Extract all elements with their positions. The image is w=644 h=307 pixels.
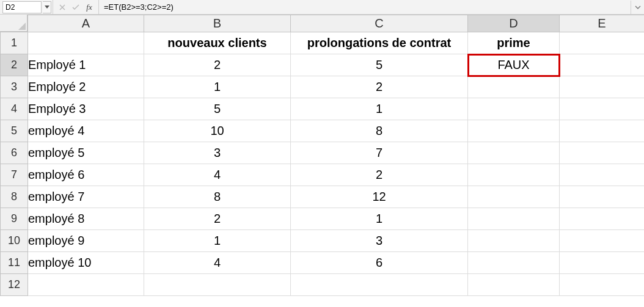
- cell-D8[interactable]: [468, 186, 560, 208]
- cell-B8[interactable]: 8: [144, 186, 291, 208]
- cell-E10[interactable]: [560, 230, 645, 252]
- cell-B9[interactable]: 2: [144, 208, 291, 230]
- table-row: 8 employé 7 8 12: [1, 186, 645, 208]
- table-row: 6 employé 5 3 7: [1, 142, 645, 164]
- cell-C8[interactable]: 12: [291, 186, 468, 208]
- cell-B1[interactable]: nouveaux clients: [144, 32, 291, 54]
- spreadsheet-area: A B C D E 1 nouveaux clients prolongatio…: [0, 15, 644, 307]
- table-row: 1 nouveaux clients prolongations de cont…: [1, 32, 645, 54]
- column-header-B[interactable]: B: [144, 15, 291, 32]
- name-box-dropdown-button[interactable]: [43, 1, 51, 13]
- cell-B10[interactable]: 1: [144, 230, 291, 252]
- confirm-formula-button[interactable]: [69, 1, 82, 14]
- row-header-12[interactable]: 12: [1, 274, 28, 296]
- cell-C5[interactable]: 8: [291, 120, 468, 142]
- cell-E7[interactable]: [560, 164, 645, 186]
- cell-E8[interactable]: [560, 186, 645, 208]
- cell-E11[interactable]: [560, 252, 645, 274]
- select-all-cell[interactable]: [0, 15, 27, 32]
- row-header-10[interactable]: 10: [1, 230, 28, 252]
- row-header-11[interactable]: 11: [1, 252, 28, 274]
- cell-A5[interactable]: employé 4: [28, 120, 144, 142]
- cell-C2[interactable]: 5: [291, 54, 468, 76]
- fx-icon: fx: [85, 2, 93, 12]
- table-row: 10 employé 9 1 3: [1, 230, 645, 252]
- name-box-input[interactable]: [2, 1, 42, 13]
- cell-A12[interactable]: [28, 274, 144, 296]
- cell-A7[interactable]: employé 6: [28, 164, 144, 186]
- cell-A1[interactable]: [28, 32, 144, 54]
- insert-function-button[interactable]: fx: [82, 1, 96, 14]
- cell-B5[interactable]: 10: [144, 120, 291, 142]
- row-header-6[interactable]: 6: [1, 142, 28, 164]
- cell-D4[interactable]: [468, 98, 560, 120]
- row-header-9[interactable]: 9: [1, 208, 28, 230]
- cell-E3[interactable]: [560, 76, 645, 98]
- column-header-D[interactable]: D: [468, 15, 560, 32]
- cell-D11[interactable]: [468, 252, 560, 274]
- spreadsheet-grid: A B C D E 1 nouveaux clients prolongatio…: [0, 15, 644, 296]
- table-row: 4 Employé 3 5 1: [1, 98, 645, 120]
- formula-bar-buttons: fx: [53, 0, 99, 14]
- cell-C1[interactable]: prolongations de contrat: [291, 32, 468, 54]
- cell-B12[interactable]: [144, 274, 291, 296]
- cell-E9[interactable]: [560, 208, 645, 230]
- cell-E5[interactable]: [560, 120, 645, 142]
- cell-D12[interactable]: [468, 274, 560, 296]
- cell-A2[interactable]: Employé 1: [28, 54, 144, 76]
- table-row: 2 Employé 1 2 5 FAUX: [1, 54, 645, 76]
- column-header-E[interactable]: E: [560, 15, 645, 32]
- cell-B2[interactable]: 2: [144, 54, 291, 76]
- cell-E12[interactable]: [560, 274, 645, 296]
- cell-B4[interactable]: 5: [144, 98, 291, 120]
- row-header-5[interactable]: 5: [1, 120, 28, 142]
- cell-E2[interactable]: [560, 54, 645, 76]
- cancel-formula-button[interactable]: [56, 1, 69, 14]
- cell-A6[interactable]: employé 5: [28, 142, 144, 164]
- cell-A10[interactable]: employé 9: [28, 230, 144, 252]
- cell-D6[interactable]: [468, 142, 560, 164]
- column-header-A[interactable]: A: [28, 15, 144, 32]
- cell-B11[interactable]: 4: [144, 252, 291, 274]
- cell-C6[interactable]: 7: [291, 142, 468, 164]
- cell-D2[interactable]: FAUX: [468, 54, 560, 76]
- cell-D3[interactable]: [468, 76, 560, 98]
- cell-C9[interactable]: 1: [291, 208, 468, 230]
- cell-E4[interactable]: [560, 98, 645, 120]
- formula-bar: fx: [0, 0, 644, 15]
- cell-C12[interactable]: [291, 274, 468, 296]
- cell-A3[interactable]: Employé 2: [28, 76, 144, 98]
- row-header-2[interactable]: 2: [1, 54, 28, 76]
- cell-A9[interactable]: employé 8: [28, 208, 144, 230]
- chevron-down-icon: [635, 5, 641, 9]
- cell-A11[interactable]: employé 10: [28, 252, 144, 274]
- cell-B6[interactable]: 3: [144, 142, 291, 164]
- column-header-C[interactable]: C: [291, 15, 468, 32]
- cell-B3[interactable]: 1: [144, 76, 291, 98]
- cell-D10[interactable]: [468, 230, 560, 252]
- cell-A4[interactable]: Employé 3: [28, 98, 144, 120]
- cell-C7[interactable]: 2: [291, 164, 468, 186]
- expand-formula-bar-button[interactable]: [631, 1, 644, 14]
- cell-A8[interactable]: employé 7: [28, 186, 144, 208]
- cell-E6[interactable]: [560, 142, 645, 164]
- cell-C11[interactable]: 6: [291, 252, 468, 274]
- cell-E1[interactable]: [560, 32, 645, 54]
- cell-C4[interactable]: 1: [291, 98, 468, 120]
- cell-D7[interactable]: [468, 164, 560, 186]
- cell-D1[interactable]: prime: [468, 32, 560, 54]
- row-header-4[interactable]: 4: [1, 98, 28, 120]
- row-header-7[interactable]: 7: [1, 164, 28, 186]
- row-header-8[interactable]: 8: [1, 186, 28, 208]
- chevron-down-icon: [45, 5, 49, 9]
- cell-B7[interactable]: 4: [144, 164, 291, 186]
- table-row: 3 Employé 2 1 2: [1, 76, 645, 98]
- cell-C3[interactable]: 2: [291, 76, 468, 98]
- formula-input[interactable]: [103, 1, 631, 13]
- select-all-triangle-icon: [18, 23, 26, 30]
- cell-C10[interactable]: 3: [291, 230, 468, 252]
- row-header-1[interactable]: 1: [1, 32, 28, 54]
- cell-D9[interactable]: [468, 208, 560, 230]
- row-header-3[interactable]: 3: [1, 76, 28, 98]
- cell-D5[interactable]: [468, 120, 560, 142]
